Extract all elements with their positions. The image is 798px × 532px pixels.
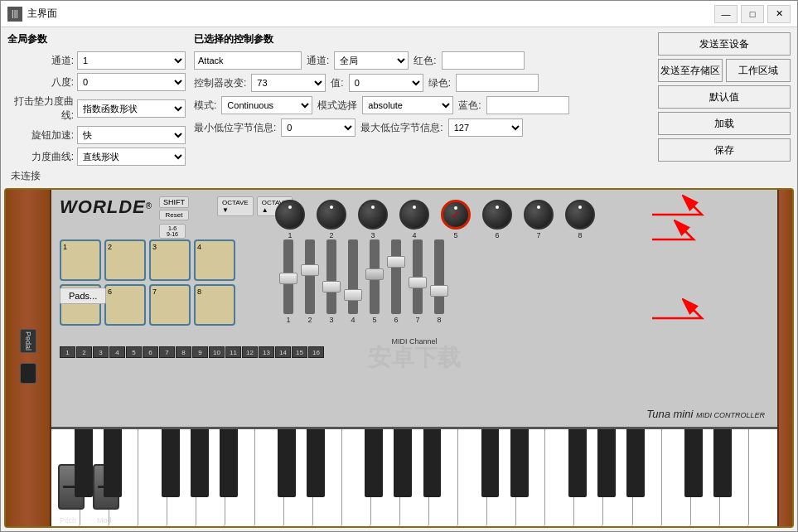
reset-button[interactable]: Reset — [159, 210, 189, 220]
channel-13[interactable]: 13 — [259, 346, 274, 358]
channel-12[interactable]: 12 — [242, 346, 258, 358]
midi-channel-section: MIDI Channel 1 2 3 4 5 6 7 8 9 10 11 12 … — [60, 337, 769, 358]
pitch-wheel[interactable] — [58, 464, 85, 510]
white-key[interactable] — [574, 429, 603, 526]
knob-4-circle[interactable] — [399, 200, 429, 230]
knob-1-circle[interactable] — [275, 200, 305, 230]
ctrl-row-3: 模式: ContinuousOn/Off 模式选择 absoluterelati… — [194, 96, 650, 114]
white-key[interactable] — [342, 429, 371, 526]
power-curve-select[interactable]: 直线形状 — [77, 148, 186, 166]
slider-8-track[interactable] — [434, 239, 444, 314]
channel-1[interactable]: 1 — [60, 346, 75, 358]
white-key[interactable] — [371, 429, 400, 526]
piano-keys-area — [51, 427, 777, 526]
pedal-jack — [20, 363, 36, 384]
white-key[interactable] — [429, 429, 458, 526]
slider-5-track[interactable] — [370, 239, 380, 314]
knob-3-circle[interactable] — [358, 200, 388, 230]
pad-4[interactable]: 4 — [194, 239, 235, 281]
octave-select[interactable]: 01-1 — [77, 73, 186, 91]
wheel-labels: Pitch Mod — [60, 516, 112, 525]
white-key[interactable] — [400, 429, 429, 526]
white-key[interactable] — [603, 429, 632, 526]
white-key[interactable] — [458, 429, 487, 526]
blue-input[interactable] — [486, 96, 569, 114]
pad-7[interactable]: 7 — [149, 284, 191, 326]
pads-button[interactable]: Pads... — [60, 288, 106, 304]
pad-curve-select[interactable]: 指数函数形状 — [77, 99, 186, 118]
white-key[interactable] — [662, 429, 691, 526]
attack-input[interactable] — [194, 51, 302, 70]
slider-7-track[interactable] — [413, 239, 423, 314]
white-key[interactable] — [255, 429, 284, 526]
channel-16[interactable]: 16 — [308, 346, 324, 358]
power-curve-label: 力度曲线: — [7, 150, 74, 164]
max-select[interactable]: 127 — [448, 118, 523, 137]
maximize-button[interactable]: □ — [741, 5, 764, 23]
channel-11[interactable]: 11 — [225, 346, 241, 358]
slider-3-track[interactable] — [326, 239, 336, 314]
close-button[interactable]: ✕ — [767, 5, 791, 23]
channel-2[interactable]: 2 — [76, 346, 92, 358]
channel-15[interactable]: 15 — [292, 346, 307, 358]
send-to-device-button[interactable]: 发送至设备 — [658, 32, 791, 56]
pad-6[interactable]: 6 — [104, 284, 146, 326]
white-key[interactable] — [720, 429, 749, 526]
pad-1[interactable]: 1 — [60, 239, 101, 281]
channel-7[interactable]: 7 — [159, 346, 175, 358]
min-select[interactable]: 0 — [281, 118, 355, 137]
controller-select[interactable]: 73 — [251, 74, 326, 92]
mode-select[interactable]: ContinuousOn/Off — [221, 96, 312, 114]
channel-14[interactable]: 14 — [275, 346, 291, 358]
white-key[interactable] — [284, 429, 313, 526]
channel-8[interactable]: 8 — [176, 346, 191, 358]
green-input[interactable] — [456, 74, 539, 92]
white-key[interactable] — [633, 429, 662, 526]
channel-ctrl-select[interactable]: 全局 — [334, 51, 409, 70]
slider-6-track[interactable] — [391, 239, 401, 314]
value-select[interactable]: 0 — [349, 74, 423, 92]
slider-1-track[interactable] — [283, 239, 293, 314]
pad-2[interactable]: 2 — [104, 239, 146, 281]
white-key[interactable] — [167, 429, 196, 526]
channel-select[interactable]: 123 — [77, 51, 186, 70]
channel-4[interactable]: 4 — [109, 346, 125, 358]
white-key[interactable] — [225, 429, 254, 526]
pad-8[interactable]: 8 — [194, 284, 235, 326]
slider-4-track[interactable] — [348, 239, 358, 314]
white-key[interactable] — [545, 429, 574, 526]
white-key[interactable] — [313, 429, 342, 526]
white-key[interactable] — [196, 429, 225, 526]
shift-button[interactable]: SHIFT — [159, 196, 189, 208]
knob-5-label: 5 — [453, 231, 457, 239]
channel-9[interactable]: 9 — [192, 346, 208, 358]
white-key[interactable] — [487, 429, 516, 526]
save-button[interactable]: 保存 — [658, 138, 791, 162]
channel-6[interactable]: 6 — [143, 346, 158, 358]
load-button[interactable]: 加载 — [658, 112, 791, 135]
mode-select-type[interactable]: absoluterelative — [362, 96, 453, 114]
knob-accel-select[interactable]: 快慢 — [77, 126, 186, 144]
knob-2-circle[interactable] — [317, 200, 346, 230]
work-area-button[interactable]: 工作区域 — [726, 59, 791, 82]
default-button[interactable]: 默认值 — [658, 85, 791, 109]
knob-7-circle[interactable] — [524, 200, 554, 230]
white-key[interactable] — [516, 429, 545, 526]
slider-2-track[interactable] — [305, 239, 315, 314]
pad-3[interactable]: 3 — [149, 239, 191, 281]
octave-down-button[interactable]: OCTAVE▼ — [217, 196, 254, 216]
knob-5-circle[interactable]: ✓ — [441, 200, 471, 230]
white-key[interactable] — [691, 429, 720, 526]
channel-3[interactable]: 3 — [93, 346, 109, 358]
channel-5[interactable]: 5 — [126, 346, 142, 358]
pedal-indicator: Pedal — [20, 329, 36, 353]
white-key[interactable] — [749, 429, 777, 526]
white-key[interactable] — [138, 429, 167, 526]
red-input[interactable] — [442, 51, 525, 70]
channel-10[interactable]: 10 — [209, 346, 225, 358]
minimize-button[interactable]: — — [714, 5, 738, 23]
mod-wheel[interactable] — [93, 464, 119, 510]
send-to-storage-button[interactable]: 发送至存储区 — [658, 59, 723, 82]
knob-8-circle[interactable] — [565, 200, 595, 230]
knob-6-circle[interactable] — [482, 200, 512, 230]
